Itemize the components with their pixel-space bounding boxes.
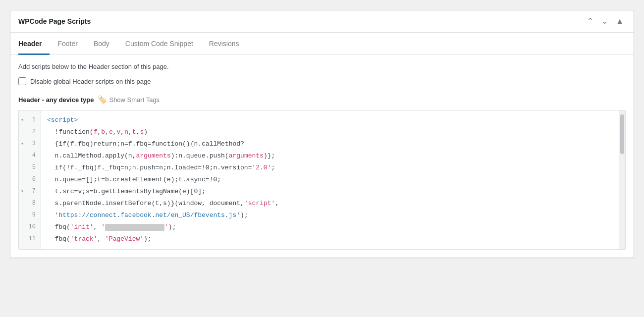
code-line-11: fbq('track', 'PageView');	[41, 233, 619, 245]
code-content[interactable]: <script> !function(f,b,e,v,n,t,s) {if(f.…	[41, 110, 619, 249]
smart-tags-label: Show Smart Tags	[109, 96, 160, 104]
line-7-num: ▾ 7	[19, 186, 41, 198]
line-9-num: 9	[19, 210, 41, 221]
fold-arrow-3[interactable]: ▾	[21, 140, 24, 148]
tab-body[interactable]: Body	[86, 33, 117, 55]
wpcode-widget: WPCode Page Scripts ⌃ ⌄ ▲ Header Footer …	[10, 10, 634, 258]
fold-arrow-1[interactable]: ▾	[21, 116, 24, 124]
line-3-num: ▾ 3	[19, 138, 41, 150]
code-editor[interactable]: ▾ 1 2 ▾ 3 4 5 6 ▾ 7 8 9	[18, 110, 626, 250]
line-8-num: 8	[19, 198, 41, 210]
code-line-10: fbq('init', '');	[41, 221, 619, 233]
scrollbar-thumb[interactable]	[620, 114, 624, 154]
line-1-num: ▾ 1	[19, 114, 41, 126]
code-line-7: t.src=v;s=b.getElementsByTagName(e)[0];	[41, 186, 619, 198]
tab-custom-code-snippet[interactable]: Custom Code Snippet	[117, 33, 201, 55]
disable-global-checkbox-row: Disable global Header scripts on this pa…	[18, 77, 626, 85]
tab-revisions[interactable]: Revisions	[201, 33, 247, 55]
code-line-2: !function(f,b,e,v,n,t,s)	[41, 126, 619, 138]
code-line-1: <script>	[41, 114, 619, 126]
code-line-5: if(!f._fbq)f._fbq=n;n.push=n;n.loaded=!0…	[41, 162, 619, 174]
disable-global-label[interactable]: Disable global Header scripts on this pa…	[30, 78, 151, 85]
disable-global-checkbox[interactable]	[18, 77, 26, 85]
scrollbar[interactable]	[619, 110, 625, 249]
code-editor-inner: ▾ 1 2 ▾ 3 4 5 6 ▾ 7 8 9	[19, 110, 625, 249]
code-line-3: {if(f.fbq)return;n=f.fbq=function(){n.ca…	[41, 138, 619, 150]
code-line-9: 'https://connect.facebook.net/en_US/fbev…	[41, 210, 619, 221]
line-4-num: 4	[19, 150, 41, 162]
code-line-4: n.callMethod.apply(n,arguments):n.queue.…	[41, 150, 619, 162]
collapse-up-button[interactable]: ⌃	[585, 16, 595, 26]
line-numbers: ▾ 1 2 ▾ 3 4 5 6 ▾ 7 8 9	[19, 110, 41, 249]
code-line-6: n.queue=[];t=b.createElement(e);t.async=…	[41, 174, 619, 186]
collapse-down-button[interactable]: ⌄	[599, 16, 610, 26]
line-11-num: 11	[19, 233, 41, 245]
tag-icon: 🏷️	[98, 95, 107, 104]
section-description: Add scripts below to the Header section …	[18, 63, 626, 70]
fold-arrow-7[interactable]: ▾	[21, 188, 24, 196]
line-6-num: 6	[19, 174, 41, 186]
line-5-num: 5	[19, 162, 41, 174]
widget-body: Header Footer Body Custom Code Snippet R…	[10, 33, 634, 258]
code-section-header: Header - any device type 🏷️ Show Smart T…	[18, 95, 626, 104]
line-10-num: 10	[19, 221, 41, 233]
code-section-label: Header - any device type	[18, 96, 94, 104]
tab-header[interactable]: Header	[18, 33, 50, 55]
header-tab-content: Add scripts below to the Header section …	[10, 63, 634, 104]
code-line-8: s.parentNode.insertBefore(t,s)}(window, …	[41, 198, 619, 210]
widget-header: WPCode Page Scripts ⌃ ⌄ ▲	[10, 10, 634, 33]
line-2-num: 2	[19, 126, 41, 138]
move-button[interactable]: ▲	[614, 16, 626, 26]
widget-controls: ⌃ ⌄ ▲	[585, 16, 626, 26]
show-smart-tags-link[interactable]: 🏷️ Show Smart Tags	[98, 95, 160, 104]
tabs-nav: Header Footer Body Custom Code Snippet R…	[10, 33, 634, 55]
widget-title: WPCode Page Scripts	[18, 17, 91, 25]
tab-footer[interactable]: Footer	[50, 33, 85, 55]
